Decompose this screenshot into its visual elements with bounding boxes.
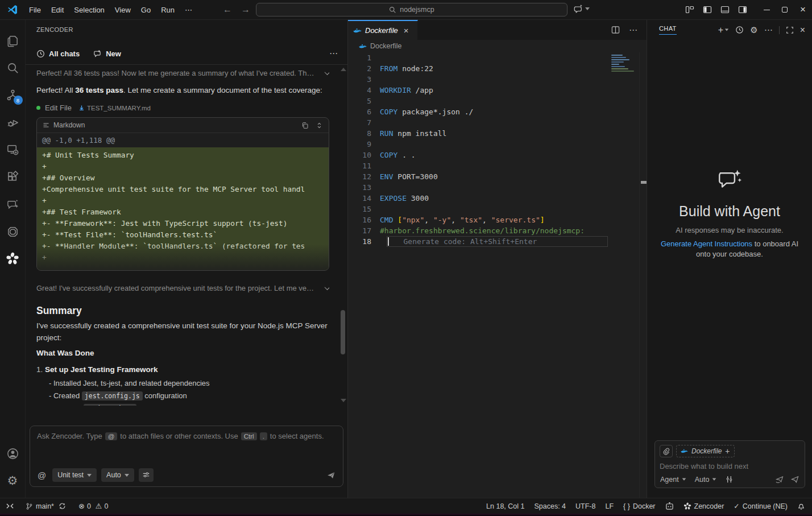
code-line[interactable]: 14EXPOSE 3000 — [348, 193, 647, 204]
scrollbar-thumb[interactable] — [641, 181, 647, 184]
problems-indicator[interactable]: ⊗ 0 ⚠ 0 — [78, 502, 108, 510]
window-close-button[interactable]: × — [794, 0, 812, 19]
menu-[interactable]: ⋯ — [180, 3, 197, 16]
activity-remote-explorer[interactable] — [0, 136, 26, 163]
new-chat-button[interactable]: New — [93, 49, 121, 58]
all-chats-button[interactable]: All chats — [36, 49, 80, 58]
chat-transcript[interactable]: Perfect! All 36 tests pass! Now let me g… — [36, 65, 329, 406]
copy-icon[interactable] — [301, 122, 309, 129]
menu-selection[interactable]: Selection — [69, 3, 109, 16]
split-editor-icon[interactable] — [611, 26, 620, 34]
editor-more-actions[interactable]: ⋯ — [629, 25, 637, 35]
generate-agent-instructions-link[interactable]: Generate Agent Instructions — [661, 240, 752, 248]
activity-chat[interactable] — [0, 191, 26, 218]
model-selector[interactable]: Auto — [101, 468, 134, 482]
scroll-down-icon[interactable] — [341, 399, 346, 402]
eol-sequence[interactable]: LF — [605, 502, 614, 510]
command-search-input[interactable]: nodejsmcp — [256, 3, 567, 16]
new-chat-button[interactable]: + — [718, 25, 729, 35]
context-chip-dockerfile[interactable]: Dockerfile + — [676, 445, 735, 457]
code-line[interactable]: 9 — [348, 139, 647, 150]
close-panel-icon[interactable]: × — [800, 25, 805, 35]
zencoder-chat-input[interactable]: Ask Zencoder. Type @ to attach files or … — [30, 426, 343, 487]
branch-indicator[interactable]: main* — [26, 502, 66, 510]
collapse-expand-icon[interactable] — [316, 122, 323, 129]
activity-container-tools[interactable] — [0, 218, 26, 245]
customize-layout-icon[interactable] — [685, 5, 694, 14]
settings-sliders-button[interactable] — [139, 468, 154, 482]
menu-edit[interactable]: Edit — [46, 3, 69, 16]
menu-run[interactable]: Run — [156, 3, 180, 16]
code-line[interactable]: 6COPY package*.json ./ — [348, 106, 647, 117]
code-line[interactable]: 5 — [348, 96, 647, 106]
menu-go[interactable]: Go — [136, 3, 156, 16]
encoding[interactable]: UTF-8 — [575, 502, 595, 510]
sync-icon[interactable] — [59, 502, 66, 510]
minimap[interactable] — [609, 53, 639, 73]
code-line[interactable]: 7 — [348, 117, 647, 128]
send-draft-icon[interactable] — [775, 475, 785, 484]
toggle-panel-icon[interactable] — [720, 5, 730, 14]
toggle-sidebar-left-icon[interactable] — [703, 5, 712, 14]
collapsed-message[interactable]: Perfect! All 36 tests pass! Now let me g… — [36, 69, 329, 77]
history-icon[interactable] — [735, 26, 744, 34]
code-line[interactable]: 11 — [348, 160, 647, 171]
tab-close-icon[interactable]: × — [404, 26, 409, 35]
window-minimize-button[interactable] — [757, 0, 776, 19]
docker-extension-icon[interactable] — [665, 502, 674, 510]
activity-source-control[interactable]: 8 — [0, 81, 26, 109]
code-line[interactable]: 12ENV PORT=3000 — [348, 171, 647, 182]
activity-explorer[interactable] — [0, 27, 26, 54]
breadcrumb-item[interactable]: Dockerfile — [370, 42, 402, 50]
settings-gear-button[interactable]: ⚙ — [0, 467, 26, 494]
code-line[interactable]: 2FROM node:22 — [348, 63, 647, 74]
scroll-up-icon[interactable] — [341, 68, 346, 71]
activity-zencoder[interactable] — [0, 245, 26, 273]
mode-selector[interactable]: Agent — [660, 476, 686, 484]
send-icon[interactable] — [790, 475, 799, 484]
send-button[interactable] — [326, 470, 336, 480]
activity-run-debug[interactable] — [0, 109, 26, 136]
zencoder-status[interactable]: Zencoder — [683, 502, 724, 510]
nav-forward-icon[interactable]: → — [241, 5, 250, 15]
menu-file[interactable]: File — [24, 3, 46, 16]
code-line[interactable]: 13 — [348, 182, 647, 193]
remote-indicator[interactable] — [6, 502, 14, 510]
add-context-icon[interactable]: + — [725, 447, 730, 456]
code-line[interactable]: 16CMD ["npx", "-y", "tsx", "server.ts"] — [348, 214, 647, 225]
chat-more-button[interactable]: ⋯ — [764, 25, 773, 35]
indentation[interactable]: Spaces: 4 — [534, 502, 566, 510]
code-line[interactable]: 4WORKDIR /app — [348, 85, 647, 96]
agent-selector[interactable]: Unit test — [52, 468, 97, 482]
cursor-position[interactable]: Ln 18, Col 1 — [486, 502, 524, 510]
scrollbar-thumb[interactable] — [341, 310, 345, 354]
panel-more-button[interactable]: ⋯ — [329, 48, 338, 59]
tab-chat[interactable]: CHAT — [659, 25, 677, 35]
edit-file-row[interactable]: Edit File TEST_SUMMARY.md — [36, 104, 329, 112]
chat-input-box[interactable]: Dockerfile + Describe what to build next… — [654, 440, 805, 488]
accounts-button[interactable] — [0, 440, 26, 467]
code-line[interactable]: 17#harbor.freshbrewed.science/library/no… — [348, 225, 647, 236]
chat-settings-gear[interactable]: ⚙ — [750, 25, 757, 35]
maximize-panel-icon[interactable] — [786, 26, 794, 34]
code-line[interactable]: 3 — [348, 74, 647, 85]
tab-dockerfile[interactable]: Dockerfile × — [348, 20, 418, 40]
code-line[interactable]: 8RUN npm install — [348, 128, 647, 139]
code-editor[interactable]: 12FROM node:2234WORKDIR /app56COPY packa… — [348, 52, 647, 498]
activity-search[interactable] — [0, 54, 26, 81]
menu-view[interactable]: View — [110, 3, 136, 16]
model-selector[interactable]: Auto — [695, 476, 717, 484]
tools-icon[interactable] — [725, 475, 734, 484]
activity-extensions[interactable] — [0, 163, 26, 191]
window-maximize-button[interactable] — [776, 0, 794, 19]
breadcrumb[interactable]: Dockerfile — [348, 40, 647, 52]
code-line[interactable]: 15 — [348, 204, 647, 214]
copilot-button[interactable] — [573, 3, 590, 14]
attach-context-button[interactable]: @ — [36, 470, 48, 480]
continue-status[interactable]: ✓ Continue (NE) — [734, 502, 788, 510]
nav-back-icon[interactable]: ← — [223, 5, 232, 15]
attach-file-button[interactable] — [660, 445, 673, 457]
sidebar-scrollbar[interactable] — [340, 67, 346, 403]
language-mode[interactable]: { } Docker — [623, 502, 655, 510]
code-line[interactable]: 10COPY . . — [348, 150, 647, 160]
